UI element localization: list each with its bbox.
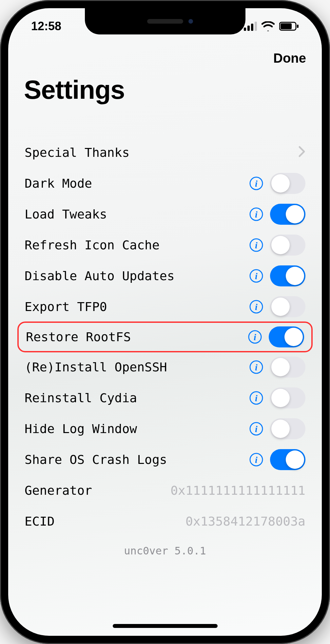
row-hide-log-window: Hide Log Window i [17,413,313,444]
row-label: Restore RootFS [26,330,131,344]
toggle-hide-log-window[interactable] [270,418,305,439]
svg-text:i: i [255,302,258,312]
svg-text:i: i [255,424,258,434]
svg-text:i: i [255,455,258,465]
info-icon[interactable]: i [249,391,263,405]
row-restore-rootfs: Restore RootFS i [17,322,313,352]
row-ecid[interactable]: ECID 0x1358412178003a [17,506,313,537]
info-icon[interactable]: i [249,207,263,221]
proximity-sensor [188,19,193,24]
info-icon[interactable]: i [249,452,263,467]
svg-rect-5 [281,23,292,29]
status-time: 12:58 [31,19,61,33]
info-icon[interactable]: i [249,176,263,191]
svg-text:i: i [255,209,258,219]
svg-text:i: i [255,178,258,189]
status-right [244,19,299,33]
svg-rect-1 [247,26,250,31]
cellular-icon [244,22,257,31]
row-label: (Re)Install OpenSSH [25,360,167,374]
row-label: Load Tweaks [25,207,107,221]
row-special-thanks[interactable]: Special Thanks [17,137,313,168]
row-label: Disable Auto Updates [25,269,175,283]
svg-text:i: i [255,362,258,372]
info-icon[interactable]: i [248,330,262,344]
chevron-right-icon [298,144,305,161]
row-label: Special Thanks [25,145,129,160]
settings-list[interactable]: Special Thanks Dark Mode i [8,137,322,557]
info-icon[interactable]: i [249,269,263,283]
row-dark-mode: Dark Mode i [17,168,313,199]
battery-icon [279,22,299,31]
notch [85,8,245,34]
info-icon[interactable]: i [249,238,263,252]
row-disable-auto-updates: Disable Auto Updates i [17,260,313,291]
screen-content: Done Settings Special Thanks Dark Mode [8,8,322,636]
row-share-crash-logs: Share OS Crash Logs i [17,444,313,475]
row-value: 0x1358412178003a [185,514,305,529]
row-label: Reinstall Cydia [25,391,137,405]
svg-text:i: i [255,271,258,281]
row-label: Export TFP0 [25,300,107,314]
row-label: Refresh Icon Cache [25,238,160,252]
svg-rect-3 [255,22,257,31]
row-load-tweaks: Load Tweaks i [17,199,313,230]
toggle-export-tfp0[interactable] [270,296,305,317]
toggle-load-tweaks[interactable] [270,204,305,225]
svg-rect-2 [251,24,253,31]
row-refresh-icon-cache: Refresh Icon Cache i [17,230,313,260]
svg-rect-6 [297,25,299,28]
wifi-icon [262,21,275,31]
row-label: ECID [25,514,55,529]
row-generator[interactable]: Generator 0x1111111111111111 [17,475,313,506]
row-value: 0x1111111111111111 [170,483,305,498]
row-reinstall-openssh: (Re)Install OpenSSH i [17,352,313,383]
version-footer: unc0ver 5.0.1 [17,545,313,557]
home-indicator[interactable] [113,624,218,628]
row-export-tfp0: Export TFP0 i [17,291,313,322]
svg-text:i: i [254,332,256,342]
info-icon[interactable]: i [249,360,263,374]
device-frame: 12:58 [0,0,330,644]
toggle-share-crash-logs[interactable] [270,449,305,470]
device-screen: 12:58 [8,8,322,636]
row-label: Hide Log Window [25,422,137,436]
row-label: Dark Mode [25,176,92,191]
toggle-restore-rootfs[interactable] [269,326,304,347]
nav-row: Done [8,44,322,66]
toggle-reinstall-cydia[interactable] [270,387,305,408]
speaker-grille [147,19,183,24]
row-label: Generator [25,483,92,498]
info-icon[interactable]: i [249,422,263,436]
svg-rect-0 [244,28,246,31]
done-button[interactable]: Done [273,51,306,66]
row-reinstall-cydia: Reinstall Cydia i [17,383,313,413]
page-title: Settings [8,66,322,108]
toggle-reinstall-openssh[interactable] [270,357,305,378]
row-label: Share OS Crash Logs [25,452,167,467]
svg-text:i: i [255,393,258,403]
svg-text:i: i [255,240,258,250]
toggle-dark-mode[interactable] [270,173,305,194]
toggle-refresh-icon-cache[interactable] [270,235,305,256]
info-icon[interactable]: i [249,300,263,314]
toggle-disable-auto-updates[interactable] [270,265,305,286]
